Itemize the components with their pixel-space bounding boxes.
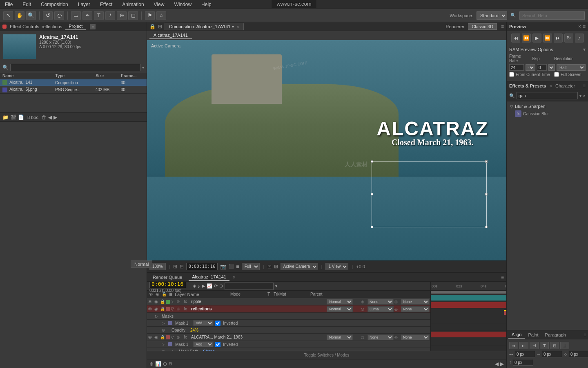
- paragraph-tab[interactable]: Paragraph: [542, 332, 569, 338]
- prev-forward-btn[interactable]: ⏩: [543, 34, 552, 43]
- sel-handle-tl[interactable]: [371, 160, 373, 163]
- comp-subtab-main[interactable]: Alcatraz_17A141: [149, 32, 192, 39]
- orbit-tool[interactable]: ⭮: [54, 11, 64, 20]
- alcatraz-expand-icon[interactable]: ▽: [171, 335, 176, 339]
- timeline-settings-icon[interactable]: ≡: [501, 274, 504, 280]
- text-tool[interactable]: T: [94, 11, 104, 20]
- tl-scroll-right[interactable]: ▶: [500, 361, 504, 367]
- tl-scroll-left[interactable]: ◀: [495, 361, 499, 367]
- align-left-btn[interactable]: ⫤: [509, 342, 518, 349]
- mask1-expand-icon[interactable]: ▷: [162, 321, 167, 325]
- comp-tab-close[interactable]: ×: [233, 275, 235, 280]
- comp-main-tab[interactable]: Composition: Alcatraz_17A141 ▾ ×: [165, 23, 244, 30]
- clone-tool[interactable]: ⊕: [117, 11, 127, 20]
- selection-box[interactable]: [372, 161, 487, 227]
- alcatraz-track-bar[interactable]: [431, 332, 506, 337]
- effects-clear-icon[interactable]: ×: [583, 93, 586, 98]
- ripple-lock-icon[interactable]: 🔒: [160, 299, 165, 304]
- eraser-tool[interactable]: ◻: [128, 11, 138, 20]
- ripple-audio-icon[interactable]: ◉: [154, 299, 159, 304]
- menu-help[interactable]: Help: [200, 1, 213, 8]
- hand-tool[interactable]: ✋: [15, 11, 24, 20]
- reflections-lock-icon[interactable]: 🔒: [160, 307, 165, 311]
- align-vert-input[interactable]: [542, 351, 562, 357]
- sel-handle-mr[interactable]: [485, 193, 488, 195]
- ripple-parent-select[interactable]: None: [401, 299, 430, 305]
- frame-rate-unit-select[interactable]: ▾: [526, 64, 535, 71]
- panel-menu-icon[interactable]: ≡: [90, 24, 96, 29]
- menu-effect[interactable]: Effect: [98, 1, 114, 8]
- alcatraz-mode-select[interactable]: Normal: [327, 334, 353, 340]
- comp-timeline-tab[interactable]: Alcatraz_17A141: [189, 274, 229, 281]
- zoom-tool[interactable]: 🔍: [26, 11, 36, 20]
- new-folder-icon[interactable]: 📁: [2, 114, 9, 120]
- view-camera-select[interactable]: Active Camera: [281, 263, 318, 270]
- camera-snapshot-icon[interactable]: 📷: [220, 264, 226, 269]
- effects-close-icon[interactable]: ×: [550, 83, 552, 88]
- alcatraz-eye-icon[interactable]: 👁: [148, 335, 154, 340]
- blur-sharpen-header[interactable]: ▽ Blur & Sharpen: [508, 103, 586, 110]
- full-screen-checkbox[interactable]: [554, 72, 559, 77]
- align-right-btn[interactable]: ⊣: [530, 342, 539, 349]
- align-extra-input[interactable]: [513, 359, 533, 366]
- view-count-select[interactable]: 1 View: [325, 263, 348, 270]
- mask1-inverted-checkbox[interactable]: [215, 321, 220, 326]
- reflections-eye-icon[interactable]: 👁: [148, 307, 154, 312]
- from-current-time-checkbox[interactable]: [509, 72, 514, 77]
- align-tab[interactable]: Align: [508, 331, 525, 339]
- sel-handle-tr[interactable]: [485, 160, 488, 163]
- skip-unit-select[interactable]: ▾: [548, 64, 555, 71]
- tl-audio-icon[interactable]: ♪: [198, 284, 200, 289]
- skip-input[interactable]: [537, 64, 547, 71]
- rotate-tool[interactable]: ↺: [43, 11, 53, 20]
- ram-dropdown-icon[interactable]: ▾: [583, 47, 586, 52]
- menu-file[interactable]: File: [3, 1, 14, 8]
- region-render-icon[interactable]: ⊡: [267, 264, 272, 269]
- reflections-expand-icon[interactable]: ▽: [171, 307, 176, 311]
- align-top-btn[interactable]: ⊤: [540, 342, 549, 349]
- 3d-grid-icon[interactable]: ⊠: [274, 264, 278, 269]
- align-vcenter-btn[interactable]: ⊟: [550, 342, 559, 349]
- project-sort-icon[interactable]: ▾: [142, 65, 144, 70]
- tl-add-icon[interactable]: ⊕: [149, 361, 154, 367]
- sel-handle-bl[interactable]: [371, 226, 373, 228]
- ripple-track-bar[interactable]: [431, 295, 506, 301]
- reflections-parent-select[interactable]: None: [401, 306, 430, 312]
- tl-timecode[interactable]: 0:00:10:16: [149, 282, 186, 288]
- menu-window[interactable]: Window: [172, 1, 193, 8]
- prev-play-btn[interactable]: ▶: [532, 34, 541, 43]
- paint-tab[interactable]: Paint: [525, 332, 541, 338]
- ripple-name[interactable]: ripple: [191, 299, 326, 304]
- alcatraz-mask1-mode-select[interactable]: Add: [193, 341, 214, 347]
- tl-motion-blur-icon[interactable]: ⊙: [163, 361, 167, 367]
- transparency-icon[interactable]: ⬛: [229, 264, 234, 269]
- trash-icon[interactable]: 🗑: [42, 114, 47, 120]
- toggle-bar[interactable]: Toggle Switches / Modes: [147, 351, 506, 359]
- prev-first-btn[interactable]: ⏮: [511, 34, 520, 43]
- comp-viewport[interactable]: ALCATRAZ Closed March 21, 1963. www.rr-s…: [147, 40, 506, 260]
- menu-view[interactable]: View: [152, 1, 166, 8]
- alcatraz-lock-icon[interactable]: 🔒: [160, 335, 165, 339]
- alcatraz-layer-name[interactable]: ALCATRA... March 21, 1963: [191, 335, 326, 339]
- grid-icon[interactable]: ⊟: [180, 264, 184, 269]
- workspace-select[interactable]: Standard: [477, 11, 507, 20]
- project-tab[interactable]: Project: [65, 23, 86, 30]
- tl-search-dropdown[interactable]: ▾: [275, 284, 277, 288]
- reflections-mode-select[interactable]: Normal: [327, 306, 353, 312]
- tl-solo-icon[interactable]: ◈: [193, 283, 196, 289]
- menu-edit[interactable]: Edit: [21, 1, 33, 8]
- character-tab[interactable]: Character: [555, 83, 575, 88]
- preview-close-icon[interactable]: ×: [578, 24, 581, 29]
- align-dist-input[interactable]: [569, 351, 588, 357]
- tl-graph-icon[interactable]: 📈: [207, 283, 212, 289]
- prev-back-btn[interactable]: ⏪: [522, 34, 531, 43]
- timecode-display[interactable]: 0:00:10:16: [186, 263, 217, 270]
- nav-left-icon[interactable]: ◀: [48, 114, 52, 120]
- menu-animation[interactable]: Animation: [120, 1, 145, 8]
- menu-layer[interactable]: Layer: [76, 1, 92, 8]
- alcatraz-mask1-inverted[interactable]: [215, 342, 220, 347]
- brush-tool[interactable]: /: [105, 11, 115, 20]
- ripple-trkmat-select[interactable]: None: [368, 299, 394, 305]
- align-menu-icon[interactable]: ≡: [584, 332, 586, 338]
- select-tool[interactable]: ↖: [3, 11, 13, 20]
